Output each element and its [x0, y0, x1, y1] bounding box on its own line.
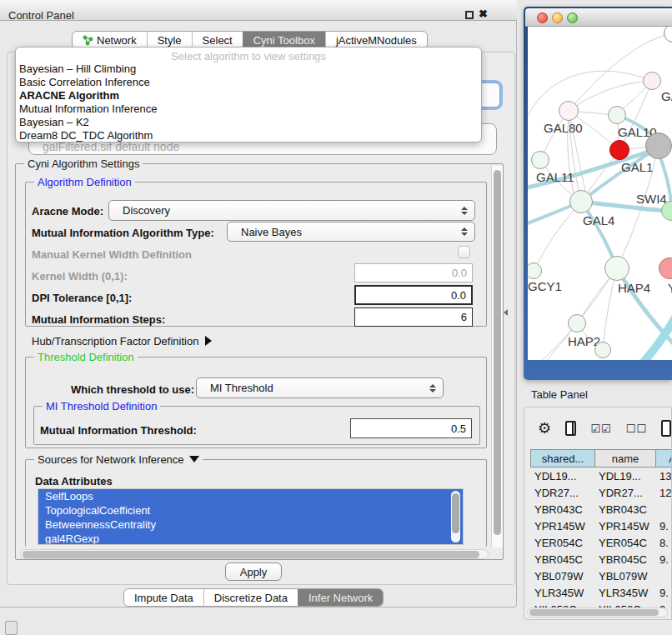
gear-icon[interactable]: ⚙	[538, 420, 551, 437]
dpi-tolerance-label: DPI Tolerance [0,1]:	[32, 292, 132, 304]
node-label: GAL80	[544, 121, 583, 135]
table-row[interactable]: YER054CYER054C8.	[530, 534, 671, 551]
attribute-list-item[interactable]: BetweennessCentrality	[38, 518, 463, 532]
close-icon[interactable]: ✖	[479, 8, 488, 20]
attr-list-scrollbar[interactable]	[451, 491, 460, 542]
table-row[interactable]: YDR27...YDR27...12	[530, 484, 671, 501]
table-row[interactable]: YBL079WYBL079W	[530, 568, 671, 584]
which-threshold-label: Which threshold to use:	[71, 383, 194, 396]
tab-infer-network[interactable]: Infer Network	[298, 589, 383, 606]
screenshot-root: Control Panel ✖ NetworkStyleSelectCyni T…	[0, 0, 672, 635]
dropdown-item[interactable]: Mutual Information Inference	[16, 102, 481, 116]
hub-definition-toggle[interactable]: Hub/Transcription Factor Definition	[32, 335, 212, 348]
network-node-gal4[interactable]	[569, 190, 593, 213]
network-node[interactable]	[645, 132, 672, 159]
node-label: Y	[668, 281, 672, 295]
tab-impute-data[interactable]: Impute Data	[124, 589, 203, 606]
attribute-list-item[interactable]: TopologicalCoefficient	[38, 503, 463, 518]
network-node-gal[interactable]	[643, 72, 661, 90]
table-cell: YBL079W	[530, 568, 594, 584]
table-panel-title: Table Panel	[531, 388, 588, 401]
table-cell: YDL19...	[594, 468, 655, 484]
table-row[interactable]: YBR043CYBR043C	[530, 501, 671, 518]
dropdown-prompt: Select algorithm to view settings	[16, 50, 481, 62]
node-label: SWI4	[636, 192, 667, 206]
table-cell: 9.	[655, 551, 672, 568]
network-node-gal80[interactable]	[559, 101, 579, 121]
attribute-list-item[interactable]: SelfLoops	[38, 489, 463, 503]
table-horizontal-scrollbar[interactable]	[527, 608, 668, 618]
table-row[interactable]: YPR145WYPR145W9.	[530, 518, 671, 534]
apply-button[interactable]: Apply	[225, 562, 282, 581]
mac-zoom-icon[interactable]	[567, 12, 578, 23]
node-table: shared...nameA YDL19...YDL19...13YDR27..…	[530, 449, 671, 618]
table-cell: 9.	[655, 584, 672, 601]
chevron-updown-icon	[429, 384, 436, 392]
mi-steps-label: Mutual Information Steps:	[32, 313, 165, 326]
network-node[interactable]	[594, 342, 611, 358]
mac-close-icon[interactable]	[537, 12, 548, 23]
node-label: GAL11	[536, 170, 574, 184]
table-cell: 13	[655, 468, 672, 484]
table-row[interactable]: YLR345WYLR345W9.	[530, 584, 671, 601]
dropdown-item[interactable]: ARACNE Algorithm	[16, 89, 481, 102]
tab-select[interactable]: Select	[192, 32, 243, 48]
dropdown-item[interactable]: Basic Correlation Inference	[16, 76, 481, 89]
sources-toggle[interactable]: Sources for Network Inference	[34, 453, 203, 466]
dropdown-item[interactable]: Dream8 DC_TDC Algorithm	[16, 129, 481, 142]
manual-kernel-checkbox[interactable]	[458, 246, 470, 258]
tab-cyni-toolbox[interactable]: Cyni Toolbox	[243, 32, 325, 48]
attribute-list-item[interactable]: gal4RGexp	[38, 532, 463, 545]
network-canvas[interactable]: GALGAL80GAL10GAL1GAL11GAL4SWI4GCY1HAP4YH…	[528, 27, 672, 360]
table-cell: YBR045C	[530, 551, 594, 568]
export-table-icon[interactable]	[661, 420, 671, 437]
select-all-columns-icon[interactable]: ☑☑	[590, 422, 611, 435]
table-row[interactable]: YBR045CYBR045C9.	[530, 551, 671, 568]
mi-type-combo[interactable]: Naive Bayes	[227, 222, 475, 242]
mac-minimize-icon[interactable]	[552, 12, 563, 23]
network-node-gal1[interactable]	[609, 140, 629, 160]
aracne-mode-combo[interactable]: Discovery	[108, 200, 475, 221]
table-cell: YBR045C	[594, 551, 655, 568]
mi-steps-field[interactable]: 6	[354, 308, 473, 327]
dropdown-item[interactable]: Bayesian – Hill Climbing	[16, 62, 481, 76]
column-header[interactable]: A	[656, 450, 672, 467]
algorithm-definition-title: Algorithm Definition	[34, 176, 135, 188]
network-view-window: GALGAL80GAL10GAL1GAL11GAL4SWI4GCY1HAP4YH…	[524, 7, 672, 380]
tab-jactivemnodules[interactable]: jActiveMNodules	[325, 32, 427, 48]
table-cell: YBR043C	[530, 501, 594, 518]
deselect-all-columns-icon[interactable]: ☐☐	[626, 422, 647, 435]
node-label: GAL1	[621, 160, 653, 174]
table-cell: YER054C	[530, 534, 594, 551]
network-node-gal11[interactable]	[531, 151, 549, 169]
network-node-gal10[interactable]	[608, 106, 626, 124]
tab-style[interactable]: Style	[147, 32, 192, 48]
float-window-icon[interactable]	[465, 11, 474, 19]
tab-network[interactable]: Network	[73, 32, 147, 48]
dropdown-item[interactable]: Bayesian – K2	[16, 116, 481, 129]
tab-label: Select	[203, 34, 233, 47]
network-node-hap2[interactable]	[568, 314, 586, 332]
aracne-mode-label: Aracne Mode:	[32, 205, 103, 218]
network-node-hap4[interactable]	[604, 256, 629, 281]
node-label: GAL4	[583, 213, 614, 228]
tab-discretize-data[interactable]: Discretize Data	[203, 589, 298, 606]
mi-threshold-field[interactable]: 0.5	[350, 418, 472, 438]
table-cell: YPR145W	[594, 518, 655, 534]
table-cell: YDR27...	[594, 484, 655, 501]
data-attributes-list[interactable]: SelfLoopsTopologicalCoefficientBetweenne…	[38, 488, 464, 545]
mi-type-value: Naive Bayes	[241, 226, 461, 238]
manual-kernel-label: Manual Kernel Width Definition	[32, 248, 192, 261]
table-cell: YDL19...	[530, 468, 594, 484]
which-threshold-combo[interactable]: MI Threshold	[196, 378, 444, 398]
dpi-tolerance-field[interactable]: 0.0	[354, 285, 473, 305]
control-panel-title: Control Panel	[8, 9, 74, 22]
pane-divider-grip[interactable]	[504, 309, 508, 316]
column-header[interactable]: name	[595, 450, 656, 467]
table-toolbar: ⚙ ☑☑ ☐☐	[524, 414, 671, 442]
settings-vertical-scrollbar[interactable]	[491, 166, 503, 548]
settings-horizontal-scrollbar[interactable]	[20, 549, 489, 559]
split-view-icon[interactable]	[565, 421, 576, 436]
table-row[interactable]: YDL19...YDL19...13	[530, 468, 671, 484]
column-header[interactable]: shared...	[531, 450, 595, 467]
